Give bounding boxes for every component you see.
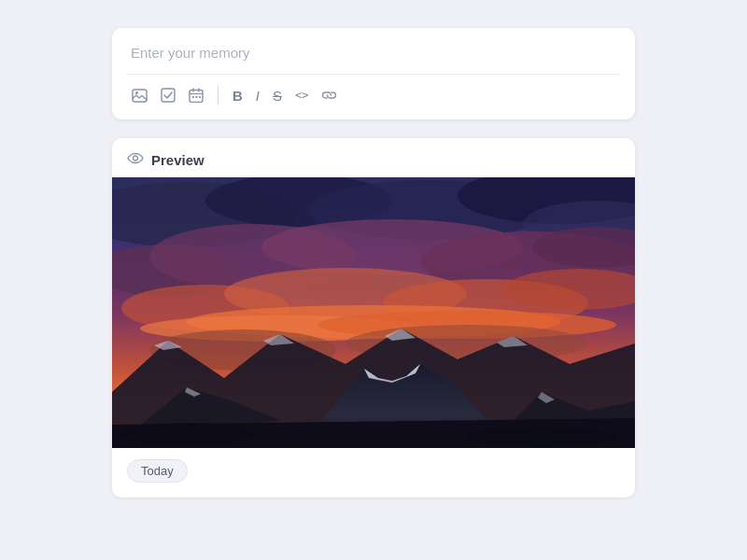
svg-rect-5 xyxy=(196,96,198,98)
insert-image-button[interactable] xyxy=(127,85,152,106)
preview-label: Preview xyxy=(151,152,204,168)
editor-card: B I S <> xyxy=(112,28,635,119)
toolbar: B I S <> xyxy=(127,84,620,106)
preview-section: Preview xyxy=(112,138,635,497)
main-container: B I S <> Pre xyxy=(112,28,635,497)
svg-point-42 xyxy=(467,427,616,446)
svg-rect-6 xyxy=(199,96,201,98)
toolbar-divider xyxy=(127,74,620,75)
toolbar-group-media xyxy=(127,84,208,106)
code-button[interactable]: <> xyxy=(290,86,313,105)
toolbar-separator xyxy=(218,86,218,105)
svg-point-7 xyxy=(134,156,138,161)
strikethrough-button[interactable]: S xyxy=(268,85,287,106)
preview-eye-icon xyxy=(127,151,144,168)
svg-point-1 xyxy=(135,91,138,94)
link-button[interactable] xyxy=(317,87,342,104)
italic-button[interactable]: I xyxy=(251,85,264,106)
today-badge: Today xyxy=(127,459,188,483)
insert-checklist-button[interactable] xyxy=(156,84,180,106)
svg-point-41 xyxy=(121,423,252,445)
insert-date-button[interactable] xyxy=(184,84,208,106)
preview-header: Preview xyxy=(112,138,635,177)
bold-button[interactable]: B xyxy=(228,85,247,106)
svg-rect-4 xyxy=(192,96,194,98)
svg-rect-0 xyxy=(133,90,147,102)
memory-input[interactable] xyxy=(127,39,620,70)
svg-rect-2 xyxy=(162,89,175,102)
toolbar-group-format: B I S <> xyxy=(228,85,342,106)
preview-image xyxy=(112,177,635,448)
